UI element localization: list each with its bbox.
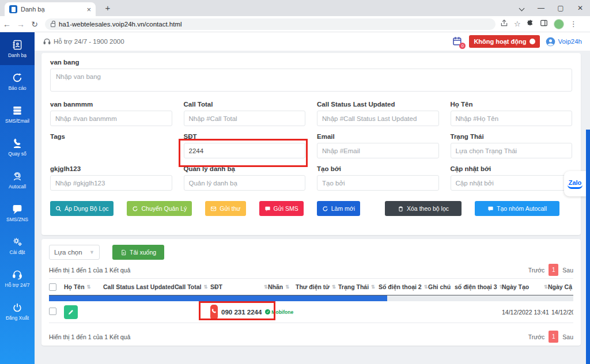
col-so-dien-thoai-3[interactable]: số điện thoại 3⇅ xyxy=(455,283,502,290)
support-text: Hỗ trợ 24/7 - 1900 2000 xyxy=(54,38,124,45)
browser-profile-avatar[interactable] xyxy=(554,19,564,29)
url-text: ha1-webtelesales.voip24h.vn/contact.html xyxy=(59,21,182,28)
bookmark-star-icon[interactable]: ☆ xyxy=(514,20,521,28)
col-thu-dien-tu[interactable]: Thư điện tử⇅ xyxy=(296,283,338,290)
select-all-checkbox[interactable] xyxy=(49,283,56,291)
call-status-last-updated-input[interactable] xyxy=(317,111,439,126)
field-ho-ten: Họ Tên xyxy=(451,101,573,126)
refresh-icon xyxy=(322,206,328,212)
table-row: 090 231 2244 ✓ Mobifone 14/12/2022 13:41… xyxy=(49,301,573,323)
send-mail-button[interactable]: Gửi thư xyxy=(205,201,245,216)
sidebar-item-quay-so[interactable]: Quay số xyxy=(0,131,35,164)
share-icon[interactable] xyxy=(500,19,508,29)
bulk-action-select[interactable]: Lựa chọn ▼ xyxy=(49,245,100,260)
create-autocall-group-button[interactable]: Tạo nhóm Autocall xyxy=(475,201,559,216)
ho-ten-input[interactable] xyxy=(451,111,573,126)
calendar-notification-button[interactable]: 0 xyxy=(452,36,463,47)
browser-tab[interactable]: Danh bạ × xyxy=(5,2,96,16)
download-button[interactable]: Tải xuống xyxy=(112,245,164,260)
page-vertical-scrollbar[interactable] xyxy=(586,130,590,364)
send-sms-button[interactable]: Gửi SMS xyxy=(259,201,304,216)
address-bar[interactable]: ha1-webtelesales.voip24h.vn/contact.html xyxy=(45,18,496,30)
chrome-menu-chevron-icon[interactable] xyxy=(512,4,531,12)
minimize-icon[interactable]: — xyxy=(531,4,551,12)
pagination-prev[interactable]: Trước xyxy=(528,267,545,274)
gkjglh123-input[interactable] xyxy=(50,175,172,191)
pagination-next[interactable]: Sau xyxy=(562,333,573,340)
pagination-bottom: Trước 1 Sau xyxy=(528,331,573,343)
sort-icon: ⇅ xyxy=(332,284,336,290)
pagination-page-1[interactable]: 1 xyxy=(549,331,558,343)
account-menu[interactable]: Voip24h xyxy=(546,37,582,47)
field-tao-boi: Tạo bởi xyxy=(317,165,439,191)
apply-filter-button[interactable]: Áp Dụng Bộ Lọc xyxy=(50,201,114,216)
phone-icon xyxy=(210,308,218,316)
trang-thai-select[interactable] xyxy=(451,143,573,158)
scrollbar-thumb[interactable] xyxy=(49,295,387,301)
tao-boi-select[interactable] xyxy=(317,175,439,191)
quan-ly-danh-ba-select[interactable] xyxy=(184,175,306,191)
email-input[interactable] xyxy=(317,143,439,158)
screen: Danh bạ × + — ▢ ✕ ← → ↻ ha1-webtelesales… xyxy=(0,0,590,364)
maximize-icon[interactable]: ▢ xyxy=(551,4,570,12)
updated-date: 14/12/202 xyxy=(548,309,573,316)
refresh-button[interactable]: Làm mới xyxy=(317,201,360,216)
report-icon xyxy=(12,72,23,84)
zalo-widget-button[interactable]: Zalo xyxy=(564,171,586,196)
browser-menu-icon[interactable]: ⋮ xyxy=(570,20,577,28)
sidebar-item-bao-cao[interactable]: Báo cáo xyxy=(0,65,35,98)
sidebar-item-sms-zns[interactable]: SMS/ZNS xyxy=(0,196,35,229)
results-table-card: Lựa chọn ▼ Tải xuống Hiển thị 1 đến 1 củ… xyxy=(41,239,581,346)
change-manager-button[interactable]: Chuyển Quản Lý xyxy=(127,201,192,216)
forward-icon[interactable]: → xyxy=(14,20,28,29)
sidebar-item-danh-ba[interactable]: Danh bạ xyxy=(0,32,35,65)
delete-by-filter-button[interactable]: Xóa theo bộ lọc xyxy=(385,201,462,216)
col-ho-ten[interactable]: Họ Tên⇅ xyxy=(64,283,103,290)
reload-icon[interactable]: ↻ xyxy=(28,20,41,29)
pagination-next[interactable]: Sau xyxy=(562,267,573,274)
cap-nhat-boi-select[interactable] xyxy=(451,175,573,191)
envelope-icon xyxy=(210,206,217,212)
sort-icon: ⇅ xyxy=(424,284,428,290)
van-bang-textarea[interactable] xyxy=(50,69,572,92)
sidebar: Danh bạ Báo cáo SMS/Email Quay số Autoca… xyxy=(0,32,35,364)
sidebar-item-ho-tro[interactable]: Hỗ trợ 24/7 xyxy=(0,262,35,295)
dialer-icon xyxy=(12,138,23,149)
side-panel-icon[interactable] xyxy=(540,19,548,29)
sidebar-item-dang-xuat[interactable]: Đăng Xuất xyxy=(0,295,35,328)
edit-row-button[interactable] xyxy=(64,305,78,319)
tab-close-icon[interactable]: × xyxy=(86,5,91,14)
van-banmmm-input[interactable] xyxy=(50,111,172,126)
call-total-input[interactable] xyxy=(184,111,306,126)
col-trang-thai[interactable]: Trạng Thái⇅ xyxy=(338,283,379,290)
table-header-row: Họ Tên⇅ Call Status Last Updated⇅ Call T… xyxy=(49,278,573,295)
sidebar-item-cai-dat[interactable]: Cài đặt xyxy=(0,229,35,262)
col-ngay-tao[interactable]: Ngày Tạo⇅ xyxy=(502,283,548,290)
sidebar-item-autocall[interactable]: Autocall xyxy=(0,164,35,196)
col-so-dien-thoai-2[interactable]: Số điện thoại 2⇅ xyxy=(379,283,428,290)
col-call-status-last-updated[interactable]: Call Status Last Updated⇅ xyxy=(103,283,175,290)
pagination-page-1[interactable]: 1 xyxy=(549,264,558,276)
browser-toolbar: ← → ↻ ha1-webtelesales.voip24h.vn/contac… xyxy=(0,16,590,32)
form-actions: Áp Dụng Bộ Lọc Chuyển Quản Lý Gửi thư Gử… xyxy=(50,201,572,216)
sidebar-item-sms-email[interactable]: SMS/Email xyxy=(0,98,35,131)
col-nhan[interactable]: Nhãn⇅ xyxy=(268,283,296,290)
search-icon xyxy=(55,206,62,212)
field-cap-nhat-boi: Cập nhật bởi xyxy=(451,165,573,191)
pencil-icon xyxy=(67,309,74,316)
col-sdt[interactable]: SĐT⇅ xyxy=(210,283,268,290)
table-horizontal-scrollbar[interactable] xyxy=(49,295,573,301)
new-tab-button[interactable]: + xyxy=(103,3,113,13)
close-window-icon[interactable]: ✕ xyxy=(570,4,590,12)
status-toggle-button[interactable]: Không hoạt động xyxy=(469,35,540,48)
row-checkbox[interactable] xyxy=(49,308,56,315)
app-header: Hỗ trợ 24/7 - 1900 2000 0 Không hoạt độn… xyxy=(35,32,590,51)
col-call-total[interactable]: Call Total⇅ xyxy=(175,283,210,290)
sdt-input[interactable] xyxy=(184,143,306,158)
col-ghi-chu[interactable]: Ghi chú xyxy=(428,283,455,290)
pagination-prev[interactable]: Trước xyxy=(528,333,545,340)
extensions-icon[interactable] xyxy=(527,20,534,29)
col-ngay-cap-nhat[interactable]: Ngày Cậ xyxy=(548,283,573,290)
call-button[interactable] xyxy=(210,305,218,320)
back-icon[interactable]: ← xyxy=(0,20,14,29)
